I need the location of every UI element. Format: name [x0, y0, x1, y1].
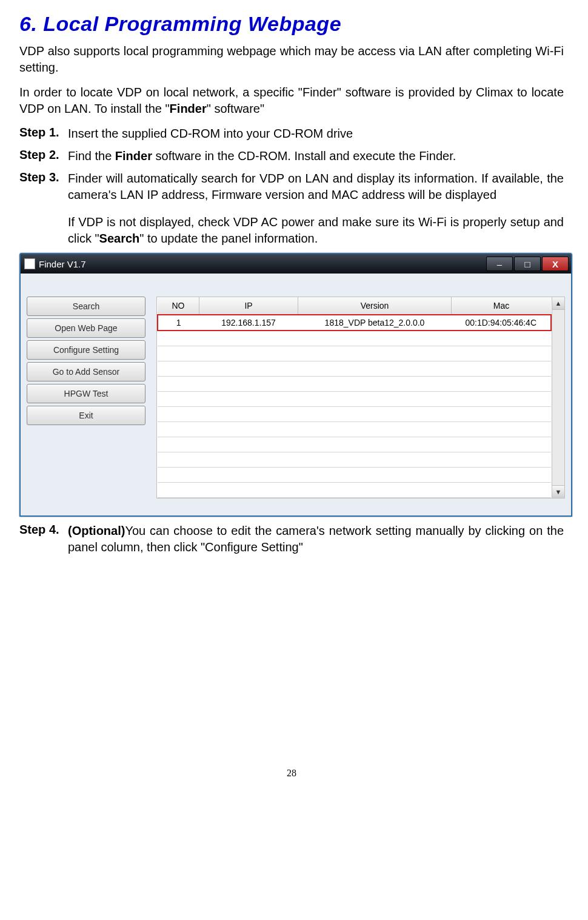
intro2-pre: In order to locate VDP on local network,… — [19, 86, 564, 115]
scroll-up-icon[interactable]: ▲ — [552, 297, 564, 310]
table-row[interactable] — [158, 437, 551, 452]
hpgw-test-button[interactable]: HPGW Test — [27, 384, 145, 403]
col-version[interactable]: Version — [298, 297, 452, 315]
table-row[interactable] — [158, 422, 551, 437]
table-header-row: NO IP Version Mac — [158, 297, 551, 315]
step-1-label: Step 1. — [19, 126, 68, 142]
page-title: 6. Local Programming Webpage — [19, 12, 564, 36]
cell-version: 1818_VDP beta12_2.0.0.0 — [298, 315, 452, 331]
step-4-body: (Optional)You can choose to edit the cam… — [68, 523, 564, 556]
cell-ip: 192.168.1.157 — [199, 315, 298, 331]
step-3-sub: If VDP is not displayed, check VDP AC po… — [68, 214, 564, 247]
intro-para-1: VDP also supports local programming webp… — [19, 43, 564, 76]
step-4-post: You can choose to edit the camera's netw… — [68, 524, 564, 554]
table-row[interactable] — [158, 483, 551, 498]
go-to-add-sensor-button[interactable]: Go to Add Sensor — [27, 362, 145, 381]
table-row[interactable] — [158, 361, 551, 377]
window-body: Search Open Web Page Configure Setting G… — [21, 274, 571, 515]
step-3-label: Step 3. — [19, 170, 68, 247]
step-3-sub-bold: Search — [99, 232, 140, 245]
step-1-body: Insert the supplied CD-ROM into your CD-… — [68, 126, 564, 142]
app-icon — [24, 258, 35, 269]
table-row[interactable] — [158, 392, 551, 407]
step-2-label: Step 2. — [19, 148, 68, 164]
cell-mac: 00:1D:94:05:46:4C — [452, 315, 552, 331]
results-table[interactable]: NO IP Version Mac 1 192.168.1.157 1818_V… — [157, 297, 552, 498]
step-3: Step 3. Finder will automatically search… — [19, 170, 564, 247]
open-web-page-button[interactable]: Open Web Page — [27, 318, 145, 338]
col-ip[interactable]: IP — [199, 297, 298, 315]
window-title: Finder V1.7 — [39, 259, 86, 269]
finder-window: Finder V1.7 – □ X Search Open Web Page C… — [19, 253, 572, 517]
table-row[interactable] — [158, 331, 551, 346]
step-4: Step 4. (Optional)You can choose to edit… — [19, 523, 564, 556]
table-row[interactable] — [158, 468, 551, 483]
col-no[interactable]: NO — [158, 297, 199, 315]
step-2-post: software in the CD-ROM. Install and exec… — [152, 149, 456, 163]
table-row[interactable]: 1 192.168.1.157 1818_VDP beta12_2.0.0.0 … — [158, 315, 551, 331]
step-4-label: Step 4. — [19, 523, 68, 556]
step-2-bold: Finder — [115, 149, 152, 163]
configure-setting-button[interactable]: Configure Setting — [27, 340, 145, 360]
intro2-post: " software" — [207, 102, 264, 115]
intro-para-2: In order to locate VDP on local network,… — [19, 84, 564, 117]
exit-button[interactable]: Exit — [27, 406, 145, 425]
step-3-sub-post: " to update the panel information. — [139, 232, 318, 245]
minimize-button[interactable]: – — [486, 257, 513, 271]
table-row[interactable] — [158, 377, 551, 392]
step-3-text: Finder will automatically search for VDP… — [68, 172, 564, 201]
step-3-body: Finder will automatically search for VDP… — [68, 170, 564, 247]
step-2-body: Find the Finder software in the CD-ROM. … — [68, 148, 564, 164]
intro2-bold: Finder — [170, 102, 207, 115]
search-button[interactable]: Search — [27, 297, 145, 316]
results-grid: NO IP Version Mac 1 192.168.1.157 1818_V… — [156, 297, 565, 499]
table-row[interactable] — [158, 407, 551, 422]
scroll-down-icon[interactable]: ▼ — [552, 485, 564, 498]
page-number: 28 — [19, 768, 564, 779]
table-row[interactable] — [158, 452, 551, 468]
table-row[interactable] — [158, 346, 551, 361]
cell-no: 1 — [158, 315, 199, 331]
titlebar: Finder V1.7 – □ X — [21, 254, 571, 274]
scrollbar[interactable]: ▲ ▼ — [552, 297, 564, 498]
step-2: Step 2. Find the Finder software in the … — [19, 148, 564, 164]
step-1: Step 1. Insert the supplied CD-ROM into … — [19, 126, 564, 142]
maximize-button[interactable]: □ — [514, 257, 541, 271]
step-2-pre: Find the — [68, 149, 115, 163]
close-button[interactable]: X — [542, 257, 569, 271]
step-4-bold: (Optional) — [68, 524, 125, 537]
sidebar-buttons: Search Open Web Page Configure Setting G… — [27, 297, 145, 425]
col-mac[interactable]: Mac — [452, 297, 552, 315]
